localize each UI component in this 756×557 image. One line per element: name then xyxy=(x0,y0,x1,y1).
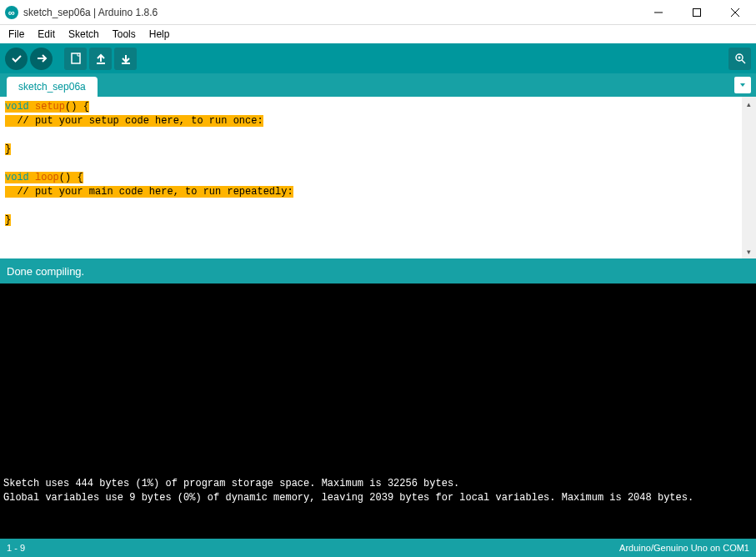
tab-dropdown-button[interactable] xyxy=(734,77,751,93)
cursor-position: 1 - 9 xyxy=(7,543,619,553)
code-text: () { xyxy=(65,101,89,113)
verify-button[interactable] xyxy=(5,48,28,70)
close-button[interactable] xyxy=(716,1,754,24)
menu-help[interactable]: Help xyxy=(143,27,177,42)
code-editor[interactable]: void setup() { // put your setup code he… xyxy=(0,97,742,258)
menu-edit[interactable]: Edit xyxy=(31,27,62,42)
tab-bar: sketch_sep06a xyxy=(0,73,756,97)
editor-scrollbar[interactable]: ▴ ▾ xyxy=(742,97,756,258)
menu-tools[interactable]: Tools xyxy=(106,27,143,42)
status-bar: Done compiling. xyxy=(0,258,756,284)
window-controls xyxy=(639,1,754,24)
open-button[interactable] xyxy=(89,48,112,70)
svg-rect-1 xyxy=(693,8,701,16)
svg-line-8 xyxy=(742,60,745,63)
svg-point-9 xyxy=(738,57,740,59)
code-brace: } xyxy=(5,143,11,155)
scroll-down-icon[interactable]: ▾ xyxy=(742,244,756,258)
window-title: sketch_sep06a | Arduino 1.8.6 xyxy=(23,7,639,18)
code-brace: } xyxy=(5,214,11,226)
new-button[interactable] xyxy=(64,48,87,70)
code-function: loop xyxy=(29,172,59,183)
code-comment: // put your main code here, to run repea… xyxy=(5,186,293,198)
save-button[interactable] xyxy=(114,48,137,70)
editor-area: void setup() { // put your setup code he… xyxy=(0,97,756,258)
toolbar xyxy=(0,43,756,73)
console-output[interactable]: Sketch uses 444 bytes (1%) of program st… xyxy=(0,284,756,539)
code-keyword: void xyxy=(5,172,29,183)
serial-monitor-button[interactable] xyxy=(728,48,751,70)
console-line: Sketch uses 444 bytes (1%) of program st… xyxy=(3,477,753,491)
tab-sketch[interactable]: sketch_sep06a xyxy=(7,77,98,97)
status-message: Done compiling. xyxy=(7,265,84,278)
upload-button[interactable] xyxy=(30,48,53,70)
code-keyword: void xyxy=(5,101,29,113)
maximize-button[interactable] xyxy=(678,1,716,24)
board-info: Arduino/Genuino Uno on COM1 xyxy=(619,543,749,553)
minimize-button[interactable] xyxy=(639,1,678,24)
menu-file[interactable]: File xyxy=(2,27,31,42)
scroll-up-icon[interactable]: ▴ xyxy=(742,97,756,111)
svg-rect-4 xyxy=(72,53,80,63)
arduino-logo-icon xyxy=(5,6,18,19)
menubar: File Edit Sketch Tools Help xyxy=(0,25,756,43)
code-function: setup xyxy=(29,101,65,113)
console-line: Global variables use 9 bytes (0%) of dyn… xyxy=(3,491,753,505)
menu-sketch[interactable]: Sketch xyxy=(62,27,106,42)
code-comment: // put your setup code here, to run once… xyxy=(5,115,263,127)
footer-bar: 1 - 9 Arduino/Genuino Uno on COM1 xyxy=(0,539,756,557)
code-text: () { xyxy=(59,172,83,183)
titlebar: sketch_sep06a | Arduino 1.8.6 xyxy=(0,0,756,25)
